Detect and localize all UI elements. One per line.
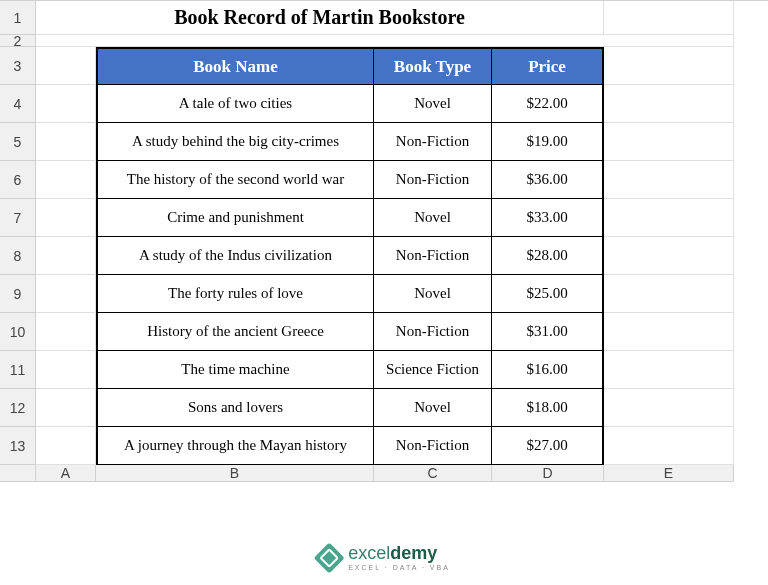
cell-type[interactable]: Non-Fiction [374, 237, 492, 275]
cell-A11[interactable] [36, 351, 96, 389]
row-header-12[interactable]: 12 [0, 389, 36, 427]
data-table: Book Name Book Type Price A tale of two … [96, 47, 604, 465]
cell-A6[interactable] [36, 161, 96, 199]
cell-E3[interactable] [604, 47, 734, 85]
th-book-type[interactable]: Book Type [374, 47, 492, 85]
cell-name[interactable]: A study behind the big city-crimes [96, 123, 374, 161]
row-header-7[interactable]: 7 [0, 199, 36, 237]
logo-icon [314, 542, 345, 573]
col-header-A[interactable]: A [36, 465, 96, 482]
th-book-name[interactable]: Book Name [96, 47, 374, 85]
cell-name[interactable]: A study of the Indus civilization [96, 237, 374, 275]
cell-type[interactable]: Novel [374, 199, 492, 237]
cell-name[interactable]: Crime and punishment [96, 199, 374, 237]
brand-name: exceldemy [348, 544, 450, 562]
row-header-5[interactable]: 5 [0, 123, 36, 161]
cell-price[interactable]: $31.00 [492, 313, 604, 351]
cell-A10[interactable] [36, 313, 96, 351]
cell-E5[interactable] [604, 123, 734, 161]
cell-type[interactable]: Non-Fiction [374, 161, 492, 199]
watermark: exceldemy EXCEL · DATA · VBA [318, 544, 450, 571]
cell-E13[interactable] [604, 427, 734, 465]
cell-price[interactable]: $16.00 [492, 351, 604, 389]
row-header-1[interactable]: 1 [0, 1, 36, 35]
cell-name[interactable]: The forty rules of love [96, 275, 374, 313]
col-header-C[interactable]: C [374, 465, 492, 482]
cell-E10[interactable] [604, 313, 734, 351]
cell-E11[interactable] [604, 351, 734, 389]
cell-type[interactable]: Non-Fiction [374, 313, 492, 351]
cell-A3[interactable] [36, 47, 96, 85]
select-all-corner[interactable] [0, 465, 36, 482]
cell-price[interactable]: $27.00 [492, 427, 604, 465]
th-price[interactable]: Price [492, 47, 604, 85]
cell-A8[interactable] [36, 237, 96, 275]
cell-E6[interactable] [604, 161, 734, 199]
cell-A7[interactable] [36, 199, 96, 237]
cell-type[interactable]: Non-Fiction [374, 427, 492, 465]
cell-price[interactable]: $19.00 [492, 123, 604, 161]
cell-E4[interactable] [604, 85, 734, 123]
cell-E9[interactable] [604, 275, 734, 313]
row-header-11[interactable]: 11 [0, 351, 36, 389]
row-header-10[interactable]: 10 [0, 313, 36, 351]
cell-E8[interactable] [604, 237, 734, 275]
cell-price[interactable]: $36.00 [492, 161, 604, 199]
cell-E12[interactable] [604, 389, 734, 427]
cell-price[interactable]: $25.00 [492, 275, 604, 313]
row-header-9[interactable]: 9 [0, 275, 36, 313]
cell-A13[interactable] [36, 427, 96, 465]
cell-A5[interactable] [36, 123, 96, 161]
row-header-13[interactable]: 13 [0, 427, 36, 465]
cell-E7[interactable] [604, 199, 734, 237]
cell-type[interactable]: Novel [374, 275, 492, 313]
col-header-B[interactable]: B [96, 465, 374, 482]
cell-price[interactable]: $28.00 [492, 237, 604, 275]
cell-type[interactable]: Non-Fiction [374, 123, 492, 161]
row-header-8[interactable]: 8 [0, 237, 36, 275]
cell-type[interactable]: Novel [374, 389, 492, 427]
cell-price[interactable]: $18.00 [492, 389, 604, 427]
cell-A4[interactable] [36, 85, 96, 123]
cell-name[interactable]: The history of the second world war [96, 161, 374, 199]
cell-name[interactable]: A tale of two cities [96, 85, 374, 123]
cell-name[interactable]: A journey through the Mayan history [96, 427, 374, 465]
cell-name[interactable]: Sons and lovers [96, 389, 374, 427]
cell-A9[interactable] [36, 275, 96, 313]
cell-name[interactable]: The time machine [96, 351, 374, 389]
cell-type[interactable]: Science Fiction [374, 351, 492, 389]
cell-price[interactable]: $22.00 [492, 85, 604, 123]
cell-A12[interactable] [36, 389, 96, 427]
spreadsheet: A B C D E 1 Book Record of Martin Bookst… [0, 0, 768, 482]
cell-name[interactable]: History of the ancient Greece [96, 313, 374, 351]
sheet-title[interactable]: Book Record of Martin Bookstore [36, 1, 604, 35]
row-header-6[interactable]: 6 [0, 161, 36, 199]
col-header-D[interactable]: D [492, 465, 604, 482]
row-header-3[interactable]: 3 [0, 47, 36, 85]
row-2-cells[interactable] [36, 35, 734, 47]
brand-tagline: EXCEL · DATA · VBA [348, 564, 450, 571]
cell-price[interactable]: $33.00 [492, 199, 604, 237]
row-header-2[interactable]: 2 [0, 35, 36, 47]
col-header-E[interactable]: E [604, 465, 734, 482]
cell-E1[interactable] [604, 1, 734, 35]
cell-type[interactable]: Novel [374, 85, 492, 123]
row-header-4[interactable]: 4 [0, 85, 36, 123]
